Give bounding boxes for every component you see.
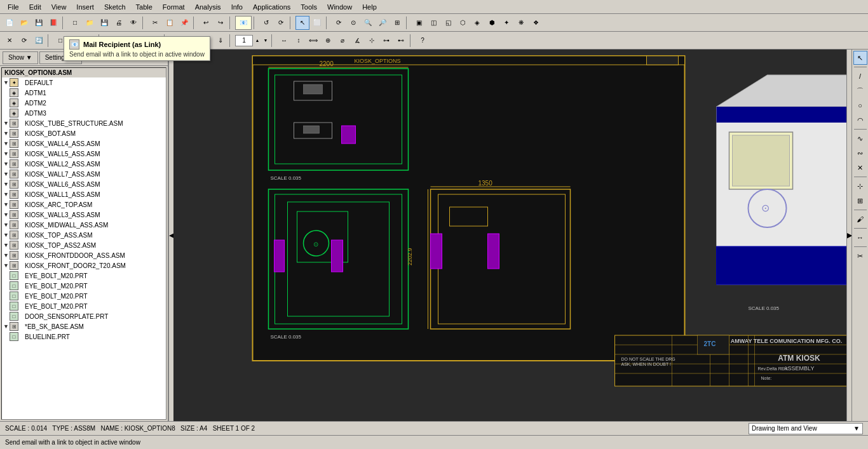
drawing-view-dropdown[interactable]: Drawing Item and View ▼ [749,423,863,434]
menu-file[interactable]: File [3,2,24,12]
tree-item[interactable]: □DOOR_SENSORPLATE.PRT [2,311,166,321]
tb-regen[interactable]: ↺ [259,16,273,30]
tb2-dim8[interactable]: ⊶ [379,34,393,48]
tree-item[interactable]: ◈ADTM3 [2,108,166,118]
rt-trim[interactable]: ✂ [853,249,867,263]
tb-view5[interactable]: ◈ [470,16,484,30]
tb-mail-link[interactable]: 📧 [235,16,252,30]
tb-zoom-in[interactable]: 🔍 [361,16,375,30]
tb2-dim3[interactable]: ⟺ [306,34,320,48]
tb-paste[interactable]: 📌 [177,16,191,30]
rt-cursor[interactable]: ↖ [853,51,867,65]
tree-item[interactable]: ▼⊞KIOSK_TUBE_STRUCTURE.ASM [2,118,166,128]
tb-cut[interactable]: ✂ [148,16,162,30]
tree-item[interactable]: ▼⊞KIOSK_FRONTDDOOR_ASS.ASM [2,250,166,260]
tb-preview[interactable]: 👁 [126,16,140,30]
tb2-move4[interactable]: ⇓ [214,34,227,48]
rt-paint[interactable]: 🖌 [853,212,867,226]
collapse-handle-right[interactable]: ▶ [846,50,851,421]
tb-select[interactable]: ↖ [295,16,309,30]
rt-dim[interactable]: ↔ [853,231,867,245]
rt-measure[interactable]: ⊹ [853,179,867,193]
tb2-dim5[interactable]: ⌀ [336,34,349,48]
tb-redo[interactable]: ↪ [214,16,227,30]
tb-sketch2[interactable]: ⬜ [310,16,324,30]
tb-zoom-all[interactable]: ⊞ [390,16,404,30]
tb-regen2[interactable]: ⟳ [274,16,288,30]
menu-tools[interactable]: Tools [295,2,322,12]
tree-item[interactable]: ▼⊞KIOSK_TOP_ASS.ASM [2,230,166,240]
menu-insert[interactable]: Insert [71,2,99,12]
tb2-linethick[interactable] [235,35,253,46]
tree-item[interactable]: □EYE_BOLT_M20.PRT [2,291,166,301]
tree-item[interactable]: ▼⊞KIOSK_WALL1_ASS.ASM [2,189,166,199]
tree-item[interactable]: □BLUELINE.PRT [2,332,166,342]
tb-undo[interactable]: ↩ [199,16,213,30]
menu-format[interactable]: Format [158,2,190,12]
tb-zoom-out[interactable]: 🔎 [376,16,390,30]
rt-close[interactable]: ✕ [853,161,867,175]
tb2-dim7[interactable]: ⊹ [365,34,379,48]
tb-copy[interactable]: 📋 [163,16,177,30]
tb2-3[interactable]: 🔄 [32,34,46,48]
tb-new2[interactable]: □ [68,16,82,30]
menu-analysis[interactable]: Analysis [190,2,226,12]
rt-circle[interactable]: ○ [853,98,867,112]
rt-line[interactable]: / [853,69,867,83]
tb2-2[interactable]: ⟳ [17,34,31,48]
tb-open2[interactable]: 📁 [83,16,97,30]
tree-item[interactable]: ▼⊞KIOSK_ARC_TOP.ASM [2,199,166,210]
tree-item[interactable]: ▼⊞KIOSK_WALL6_ASS.ASM [2,179,166,189]
tb2-help[interactable]: ? [416,34,430,48]
tree-item[interactable]: ▼⊞KIOSK_FRONT_DOOR2_T20.ASM [2,260,166,271]
tree-item[interactable]: ▼⊞KIOSK_WALL2_ASS.ASM [2,159,166,169]
tb-view1[interactable]: ▣ [412,16,426,30]
menu-help[interactable]: Help [357,2,382,12]
tree-item[interactable]: ▼⊞KIOSK_WALL7_ASS.ASM [2,169,166,179]
tree-item[interactable]: ▼⊞KIOSK_TOP_ASS2.ASM [2,240,166,250]
tree-item[interactable]: ▼✦DEFAULT [2,77,166,88]
menu-edit[interactable]: Edit [24,2,46,12]
tb-save2[interactable]: 💾 [97,16,111,30]
tree-item[interactable]: ▼⊞KIOSK_WALL3_ASS.ASM [2,210,166,220]
tb2-dim1[interactable]: ↔ [277,34,291,48]
tree-item[interactable]: ▼⊞*EB_SK_BASE.ASM [2,321,166,332]
menu-sketch[interactable]: Sketch [99,2,131,12]
tb-view6[interactable]: ⬢ [485,16,499,30]
rt-snap[interactable]: ⊞ [853,194,867,208]
tree-item[interactable]: ▼⊞KIOSK_WALL4_ASS.ASM [2,138,166,149]
show-button[interactable]: Show ▼ [3,51,38,64]
menu-info[interactable]: Info [226,2,248,12]
canvas-area[interactable]: KIOSK_OPTIONS 2200 SCALE 0.035 [173,50,846,421]
tree-item[interactable]: □EYE_BOLT_M20.PRT [2,271,166,281]
tb-view9[interactable]: ❖ [529,16,543,30]
tb-new[interactable]: 📄 [3,16,17,30]
tb2-dim6[interactable]: ∡ [350,34,364,48]
rt-arc[interactable]: ◠ [853,113,867,127]
menu-window[interactable]: Window [322,2,357,12]
tb2-linethick-down[interactable]: ▼ [262,34,269,48]
tb-view7[interactable]: ✦ [499,16,513,30]
rt-spline[interactable]: ∾ [853,146,867,160]
tree-item[interactable]: ◈ADTM2 [2,98,166,108]
tb-spin2[interactable]: ⊙ [346,16,360,30]
tb2-dim2[interactable]: ↕ [292,34,306,48]
menu-table[interactable]: Table [131,2,158,12]
tb-open[interactable]: 📂 [17,16,31,30]
tb-save[interactable]: 💾 [32,16,46,30]
tb2-dim9[interactable]: ⊷ [394,34,408,48]
tree-item[interactable]: □EYE_BOLT_M20.PRT [2,301,166,311]
tree-item[interactable]: ▼⊞KIOSK_MIDWALL_ASS.ASM [2,220,166,230]
rt-bezier[interactable]: ∿ [853,131,867,145]
collapse-handle-left[interactable]: ◀ [168,50,173,421]
tree-item[interactable]: ▼⊞KIOSK_WALL5_ASS.ASM [2,149,166,159]
tb-view3[interactable]: ◱ [441,16,455,30]
tb-spin[interactable]: ⟳ [332,16,346,30]
menu-applications[interactable]: Applications [248,2,295,12]
tb-pdf[interactable]: 📕 [46,16,60,30]
tb-view2[interactable]: ◫ [426,16,440,30]
tb-view8[interactable]: ❋ [514,16,528,30]
tree-item[interactable]: ▼⊞KIOSK_BOT.ASM [2,128,166,138]
tb-print[interactable]: 🖨 [112,16,126,30]
tree-item[interactable]: ◈ADTM1 [2,88,166,98]
